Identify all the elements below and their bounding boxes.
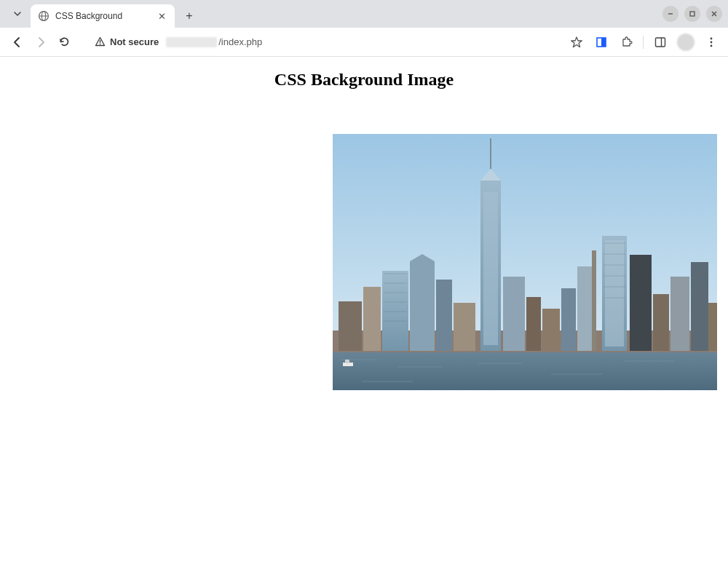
svg-rect-46 bbox=[670, 277, 689, 351]
svg-rect-50 bbox=[345, 360, 349, 363]
svg-rect-40 bbox=[577, 266, 593, 351]
window-controls bbox=[662, 6, 722, 22]
minimize-button[interactable] bbox=[662, 6, 678, 22]
svg-rect-28 bbox=[410, 261, 435, 351]
svg-rect-11 bbox=[656, 38, 665, 47]
toolbar-separator bbox=[643, 36, 644, 49]
close-window-button[interactable] bbox=[706, 6, 722, 22]
sidepanel-icon[interactable] bbox=[649, 31, 671, 53]
profile-avatar[interactable] bbox=[677, 33, 695, 51]
svg-rect-25 bbox=[339, 301, 362, 351]
close-icon[interactable]: ✕ bbox=[156, 10, 167, 22]
svg-point-14 bbox=[711, 41, 713, 43]
browser-tab-strip: CSS Background ✕ + bbox=[0, 0, 728, 28]
address-bar[interactable]: Not secure /index.php bbox=[86, 31, 554, 53]
extension-badge-icon[interactable] bbox=[590, 31, 612, 53]
svg-rect-30 bbox=[436, 280, 452, 351]
svg-rect-39 bbox=[561, 288, 576, 351]
extensions-icon[interactable] bbox=[615, 31, 637, 53]
svg-rect-36 bbox=[503, 277, 525, 351]
forward-button[interactable] bbox=[29, 31, 52, 54]
svg-rect-37 bbox=[526, 297, 541, 351]
svg-rect-26 bbox=[363, 287, 381, 351]
page-heading: CSS Background Image bbox=[0, 70, 728, 90]
toolbar-right bbox=[566, 31, 722, 53]
tab-title: CSS Background bbox=[55, 11, 156, 21]
svg-rect-43 bbox=[605, 240, 624, 347]
svg-rect-27 bbox=[382, 271, 408, 351]
globe-icon bbox=[38, 10, 50, 22]
svg-rect-48 bbox=[708, 303, 717, 351]
svg-rect-47 bbox=[691, 262, 708, 351]
svg-rect-35 bbox=[483, 192, 498, 345]
svg-rect-44 bbox=[630, 255, 652, 351]
url-path: /index.php bbox=[218, 36, 262, 47]
security-status: Not secure bbox=[110, 36, 159, 47]
svg-point-8 bbox=[100, 44, 101, 45]
svg-rect-4 bbox=[690, 12, 695, 16]
browser-toolbar: Not secure /index.php bbox=[0, 28, 728, 57]
tabs-dropdown-button[interactable] bbox=[9, 5, 26, 23]
svg-rect-10 bbox=[601, 38, 606, 47]
back-button[interactable] bbox=[6, 31, 29, 54]
maximize-button[interactable] bbox=[684, 6, 700, 22]
reload-button[interactable] bbox=[52, 31, 76, 54]
browser-tab[interactable]: CSS Background ✕ bbox=[31, 4, 175, 28]
svg-point-15 bbox=[711, 44, 713, 47]
svg-rect-31 bbox=[454, 303, 475, 351]
kebab-menu-icon[interactable] bbox=[700, 31, 722, 53]
bookmark-star-icon[interactable] bbox=[566, 31, 587, 53]
svg-point-13 bbox=[711, 37, 713, 39]
new-tab-button[interactable]: + bbox=[179, 6, 199, 26]
background-image-skyline bbox=[333, 134, 717, 390]
url-host-redacted bbox=[166, 37, 217, 47]
svg-rect-38 bbox=[542, 309, 560, 351]
svg-rect-45 bbox=[653, 294, 669, 351]
not-secure-icon bbox=[95, 36, 106, 47]
page-content: CSS Background Image bbox=[0, 70, 728, 570]
svg-rect-17 bbox=[333, 349, 717, 390]
svg-rect-41 bbox=[592, 250, 596, 351]
